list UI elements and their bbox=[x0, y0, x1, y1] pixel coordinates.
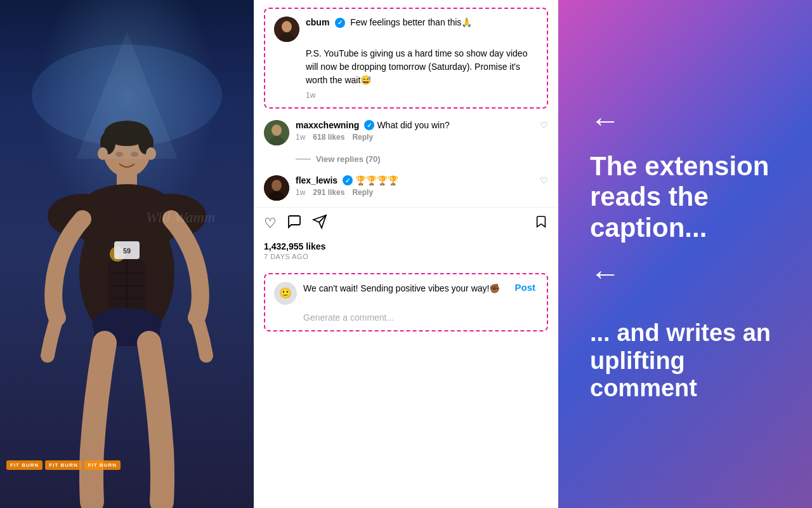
bookmark-button[interactable] bbox=[534, 215, 548, 232]
maxx-comment-time: 1w bbox=[296, 133, 305, 142]
share-button[interactable] bbox=[312, 214, 327, 232]
svg-text:🙂: 🙂 bbox=[279, 287, 292, 299]
right-panel-subheading: ... and writes an uplifting comment bbox=[590, 319, 780, 403]
maxx-heart-icon[interactable]: ♡ bbox=[540, 120, 548, 130]
flex-username: flex_lewis bbox=[296, 175, 337, 185]
flex-reply-button[interactable]: Reply bbox=[352, 188, 373, 197]
instagram-post-panel: cbum Few feelings better than this🙏 P.S.… bbox=[254, 0, 558, 508]
right-panel-heading: The extension reads the caption... bbox=[590, 151, 780, 243]
comment-typed-text: We can't wait! Sending positive vibes yo… bbox=[303, 282, 506, 295]
fitburn-banner-2: FIT BURN bbox=[45, 460, 81, 470]
maxx-comment-likes: 618 likes bbox=[313, 133, 344, 142]
comment-flex: flex_lewis 🏆🏆🏆🏆 1w 291 likes Reply ♡ bbox=[254, 169, 558, 207]
action-bar: ♡ bbox=[254, 207, 558, 239]
flex-comment-content: flex_lewis 🏆🏆🏆🏆 1w 291 likes Reply bbox=[296, 175, 534, 197]
maxx-comment-text: What did you win? bbox=[377, 120, 449, 130]
athlete-photo-panel: 🏅 59 Will Wamm FIT BURN FIT BURN FIT BUR… bbox=[0, 0, 254, 508]
svg-text:Will Wamm: Will Wamm bbox=[146, 209, 215, 225]
current-user-avatar: 🙂 bbox=[274, 282, 297, 305]
flex-comment-time: 1w bbox=[296, 188, 305, 197]
caption-header: cbum Few feelings better than this🙏 bbox=[274, 17, 538, 42]
maxx-comment-header: maxxchewning What did you win? bbox=[296, 120, 534, 130]
flex-comment-header: flex_lewis 🏆🏆🏆🏆 bbox=[296, 175, 534, 185]
post-comment-button[interactable]: Post bbox=[512, 282, 538, 293]
comment-button[interactable] bbox=[287, 214, 302, 232]
flex-comment-likes: 291 likes bbox=[313, 188, 344, 197]
maxx-reply-button[interactable]: Reply bbox=[352, 133, 373, 142]
svg-point-31 bbox=[272, 124, 282, 136]
verified-badge-cbum bbox=[335, 18, 345, 28]
flex-heart-icon[interactable]: ♡ bbox=[540, 175, 548, 185]
likes-count: 1,432,955 likes bbox=[264, 241, 548, 251]
verified-badge-maxx bbox=[364, 120, 374, 130]
view-replies-line bbox=[296, 159, 311, 159]
maxx-avatar bbox=[264, 120, 289, 145]
cbum-avatar bbox=[274, 17, 299, 42]
verified-badge-flex bbox=[343, 175, 353, 185]
flex-avatar bbox=[264, 175, 289, 201]
comment-maxx: maxxchewning What did you win? 1w 618 li… bbox=[254, 114, 558, 152]
maxx-comment-content: maxxchewning What did you win? 1w 618 li… bbox=[296, 120, 534, 142]
right-panel-arrow-1: ← bbox=[590, 105, 780, 136]
comment-input-row: 🙂 We can't wait! Sending positive vibes … bbox=[274, 282, 538, 305]
sponsor-banners: FIT BURN FIT BURN FIT BURN bbox=[0, 460, 254, 470]
comment-input-box: 🙂 We can't wait! Sending positive vibes … bbox=[264, 273, 548, 331]
svg-point-28 bbox=[282, 21, 292, 32]
caption-box: cbum Few feelings better than this🙏 P.S.… bbox=[264, 8, 548, 109]
flex-comment-text: 🏆🏆🏆🏆 bbox=[355, 175, 398, 185]
right-info-panel: ← The extension reads the caption... ← .… bbox=[558, 0, 812, 508]
maxx-username: maxxchewning bbox=[296, 120, 359, 130]
athlete-silhouette: 🏅 59 Will Wamm bbox=[19, 32, 235, 508]
svg-text:59: 59 bbox=[123, 247, 131, 255]
view-replies-maxx[interactable]: View replies (70) bbox=[254, 152, 558, 166]
caption-text-inline: Few feelings better than this🙏 bbox=[350, 17, 472, 27]
caption-username: cbum bbox=[306, 17, 329, 27]
fitburn-banner-1: FIT BURN bbox=[6, 460, 43, 470]
post-date: 7 days ago bbox=[264, 253, 548, 260]
likes-section: 1,432,955 likes 7 days ago bbox=[254, 239, 558, 268]
like-button[interactable]: ♡ bbox=[264, 215, 277, 232]
caption-body-text: P.S. YouTube is giving us a hard time so… bbox=[306, 47, 538, 87]
view-replies-text[interactable]: View replies (70) bbox=[316, 154, 381, 164]
maxx-comment-meta: 1w 618 likes Reply bbox=[296, 133, 534, 142]
caption-timestamp: 1w bbox=[306, 91, 538, 100]
generate-comment-placeholder[interactable]: Generate a comment... bbox=[274, 312, 538, 323]
svg-point-34 bbox=[272, 180, 282, 191]
flex-comment-meta: 1w 291 likes Reply bbox=[296, 188, 534, 197]
fitburn-banner-3: FIT BURN bbox=[84, 460, 121, 470]
right-panel-arrow-2: ← bbox=[590, 258, 780, 289]
